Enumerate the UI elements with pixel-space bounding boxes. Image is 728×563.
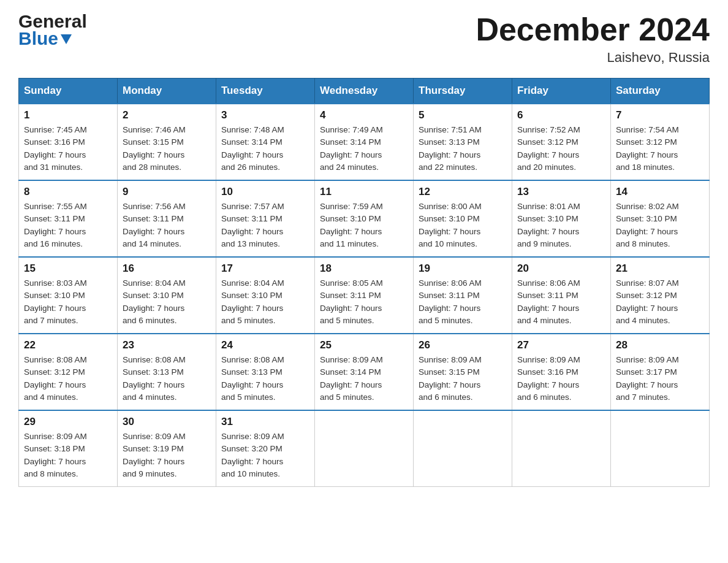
calendar-cell: 24 Sunrise: 8:08 AMSunset: 3:13 PMDaylig…: [216, 334, 315, 410]
logo: General Blue: [18, 12, 87, 48]
day-info: Sunrise: 8:05 AMSunset: 3:11 PMDaylight:…: [320, 278, 383, 325]
calendar-cell: 29 Sunrise: 8:09 AMSunset: 3:18 PMDaylig…: [19, 410, 118, 487]
calendar-week-row: 8 Sunrise: 7:55 AMSunset: 3:11 PMDayligh…: [19, 180, 710, 257]
day-info: Sunrise: 8:04 AMSunset: 3:10 PMDaylight:…: [123, 278, 186, 325]
day-number: 15: [24, 262, 112, 275]
calendar-cell: 7 Sunrise: 7:54 AMSunset: 3:12 PMDayligh…: [611, 104, 710, 180]
day-info: Sunrise: 7:55 AMSunset: 3:11 PMDaylight:…: [24, 202, 87, 248]
calendar-cell: 8 Sunrise: 7:55 AMSunset: 3:11 PMDayligh…: [19, 180, 118, 257]
calendar-week-row: 22 Sunrise: 8:08 AMSunset: 3:12 PMDaylig…: [19, 334, 710, 410]
day-number: 19: [419, 262, 507, 275]
day-number: 14: [616, 186, 704, 198]
calendar-cell: 3 Sunrise: 7:48 AMSunset: 3:14 PMDayligh…: [216, 104, 315, 180]
calendar-cell: 11 Sunrise: 7:59 AMSunset: 3:10 PMDaylig…: [315, 180, 414, 257]
day-info: Sunrise: 7:56 AMSunset: 3:11 PMDaylight:…: [123, 202, 186, 248]
weekday-header-saturday: Saturday: [611, 79, 710, 104]
day-info: Sunrise: 8:09 AMSunset: 3:17 PMDaylight:…: [616, 355, 679, 402]
calendar-cell: 5 Sunrise: 7:51 AMSunset: 3:13 PMDayligh…: [414, 104, 512, 180]
day-number: 23: [123, 339, 211, 351]
calendar-cell: 9 Sunrise: 7:56 AMSunset: 3:11 PMDayligh…: [118, 180, 216, 257]
calendar-cell: 13 Sunrise: 8:01 AMSunset: 3:10 PMDaylig…: [512, 180, 611, 257]
day-info: Sunrise: 7:49 AMSunset: 3:14 PMDaylight:…: [320, 125, 383, 172]
weekday-header-monday: Monday: [118, 79, 216, 104]
weekday-header-row: SundayMondayTuesdayWednesdayThursdayFrid…: [19, 79, 710, 104]
day-info: Sunrise: 7:51 AMSunset: 3:13 PMDaylight:…: [419, 125, 482, 172]
month-title: December 2024: [476, 12, 710, 47]
day-number: 13: [517, 186, 605, 198]
day-number: 17: [221, 262, 309, 275]
calendar-cell: 4 Sunrise: 7:49 AMSunset: 3:14 PMDayligh…: [315, 104, 414, 180]
day-number: 2: [123, 109, 211, 121]
calendar-week-row: 1 Sunrise: 7:45 AMSunset: 3:16 PMDayligh…: [19, 104, 710, 180]
location: Laishevo, Russia: [476, 50, 710, 66]
calendar-week-row: 15 Sunrise: 8:03 AMSunset: 3:10 PMDaylig…: [19, 257, 710, 334]
day-info: Sunrise: 7:57 AMSunset: 3:11 PMDaylight:…: [221, 202, 284, 248]
calendar-cell: 21 Sunrise: 8:07 AMSunset: 3:12 PMDaylig…: [611, 257, 710, 334]
day-info: Sunrise: 8:07 AMSunset: 3:12 PMDaylight:…: [616, 278, 679, 325]
weekday-header-tuesday: Tuesday: [216, 79, 315, 104]
calendar-cell: 26 Sunrise: 8:09 AMSunset: 3:15 PMDaylig…: [414, 334, 512, 410]
calendar-cell: 15 Sunrise: 8:03 AMSunset: 3:10 PMDaylig…: [19, 257, 118, 334]
calendar-cell: 27 Sunrise: 8:09 AMSunset: 3:16 PMDaylig…: [512, 334, 611, 410]
day-number: 29: [24, 416, 112, 428]
day-info: Sunrise: 8:09 AMSunset: 3:16 PMDaylight:…: [517, 355, 580, 402]
day-info: Sunrise: 8:08 AMSunset: 3:13 PMDaylight:…: [123, 355, 186, 402]
day-number: 21: [616, 262, 704, 275]
day-number: 11: [320, 186, 408, 198]
calendar-cell: 17 Sunrise: 8:04 AMSunset: 3:10 PMDaylig…: [216, 257, 315, 334]
day-number: 6: [517, 109, 605, 121]
calendar-cell: 18 Sunrise: 8:05 AMSunset: 3:11 PMDaylig…: [315, 257, 414, 334]
day-info: Sunrise: 8:00 AMSunset: 3:10 PMDaylight:…: [419, 202, 482, 248]
calendar-cell: 23 Sunrise: 8:08 AMSunset: 3:13 PMDaylig…: [118, 334, 216, 410]
day-number: 3: [221, 109, 309, 121]
calendar-cell: [315, 410, 414, 487]
day-info: Sunrise: 8:04 AMSunset: 3:10 PMDaylight:…: [221, 278, 284, 325]
calendar-cell: 16 Sunrise: 8:04 AMSunset: 3:10 PMDaylig…: [118, 257, 216, 334]
calendar-cell: 30 Sunrise: 8:09 AMSunset: 3:19 PMDaylig…: [118, 410, 216, 487]
weekday-header-wednesday: Wednesday: [315, 79, 414, 104]
calendar-cell: 10 Sunrise: 7:57 AMSunset: 3:11 PMDaylig…: [216, 180, 315, 257]
calendar-cell: [414, 410, 512, 487]
calendar-cell: 14 Sunrise: 8:02 AMSunset: 3:10 PMDaylig…: [611, 180, 710, 257]
day-info: Sunrise: 8:06 AMSunset: 3:11 PMDaylight:…: [419, 278, 482, 325]
day-number: 5: [419, 109, 507, 121]
day-number: 24: [221, 339, 309, 351]
calendar-week-row: 29 Sunrise: 8:09 AMSunset: 3:18 PMDaylig…: [19, 410, 710, 487]
calendar-cell: 28 Sunrise: 8:09 AMSunset: 3:17 PMDaylig…: [611, 334, 710, 410]
day-info: Sunrise: 8:09 AMSunset: 3:14 PMDaylight:…: [320, 355, 383, 402]
day-number: 18: [320, 262, 408, 275]
title-block: December 2024 Laishevo, Russia: [476, 12, 710, 66]
day-info: Sunrise: 7:45 AMSunset: 3:16 PMDaylight:…: [24, 125, 87, 172]
day-info: Sunrise: 8:01 AMSunset: 3:10 PMDaylight:…: [517, 202, 580, 248]
calendar-cell: [512, 410, 611, 487]
day-number: 20: [517, 262, 605, 275]
logo-triangle-icon: [59, 32, 73, 45]
day-number: 9: [123, 186, 211, 198]
day-number: 31: [221, 416, 309, 428]
calendar-table: SundayMondayTuesdayWednesdayThursdayFrid…: [18, 78, 710, 487]
weekday-header-thursday: Thursday: [414, 79, 512, 104]
day-info: Sunrise: 8:08 AMSunset: 3:12 PMDaylight:…: [24, 355, 87, 402]
day-info: Sunrise: 7:52 AMSunset: 3:12 PMDaylight:…: [517, 125, 580, 172]
calendar-cell: 6 Sunrise: 7:52 AMSunset: 3:12 PMDayligh…: [512, 104, 611, 180]
logo-blue-text: Blue: [18, 29, 58, 48]
calendar-cell: 12 Sunrise: 8:00 AMSunset: 3:10 PMDaylig…: [414, 180, 512, 257]
svg-marker-0: [61, 34, 72, 44]
day-info: Sunrise: 8:02 AMSunset: 3:10 PMDaylight:…: [616, 202, 679, 248]
calendar-cell: 19 Sunrise: 8:06 AMSunset: 3:11 PMDaylig…: [414, 257, 512, 334]
day-number: 4: [320, 109, 408, 121]
day-info: Sunrise: 7:48 AMSunset: 3:14 PMDaylight:…: [221, 125, 284, 172]
page-header: General Blue December 2024 Laishevo, Rus…: [18, 12, 710, 66]
day-number: 10: [221, 186, 309, 198]
weekday-header-friday: Friday: [512, 79, 611, 104]
day-info: Sunrise: 8:08 AMSunset: 3:13 PMDaylight:…: [221, 355, 284, 402]
day-number: 22: [24, 339, 112, 351]
day-info: Sunrise: 8:09 AMSunset: 3:15 PMDaylight:…: [419, 355, 482, 402]
day-info: Sunrise: 8:03 AMSunset: 3:10 PMDaylight:…: [24, 278, 87, 325]
day-number: 7: [616, 109, 704, 121]
day-number: 1: [24, 109, 112, 121]
day-number: 27: [517, 339, 605, 351]
calendar-cell: 22 Sunrise: 8:08 AMSunset: 3:12 PMDaylig…: [19, 334, 118, 410]
day-info: Sunrise: 8:09 AMSunset: 3:18 PMDaylight:…: [24, 432, 87, 478]
day-number: 30: [123, 416, 211, 428]
